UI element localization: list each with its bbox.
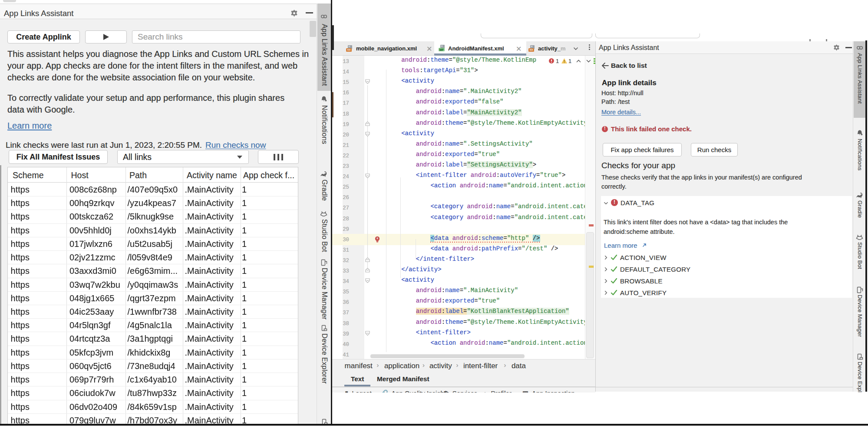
svg-text:<>: <> (347, 48, 351, 51)
